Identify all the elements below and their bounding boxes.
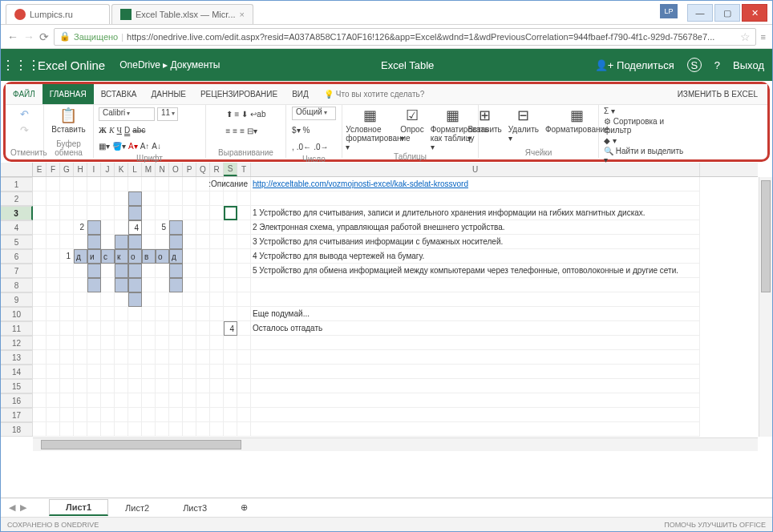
cell-T7[interactable] [237, 264, 251, 278]
back-icon[interactable]: ← [7, 30, 18, 43]
row-header-3[interactable]: 3 [1, 206, 33, 220]
cell-R6[interactable] [210, 249, 224, 264]
cell-F2[interactable] [47, 191, 60, 206]
cell-F12[interactable] [47, 336, 60, 350]
cell-N10[interactable] [156, 307, 169, 321]
cell-N8[interactable] [156, 278, 169, 292]
cell-O7[interactable] [169, 264, 183, 278]
cell-K1[interactable] [115, 177, 128, 191]
col-header-T[interactable]: T [237, 163, 251, 176]
cell-S2[interactable] [224, 191, 237, 206]
cell-E16[interactable] [33, 393, 47, 408]
cell-E1[interactable] [33, 177, 47, 191]
cell-U2[interactable] [251, 191, 700, 206]
cell-H13[interactable] [74, 350, 87, 365]
col-header-S[interactable]: S [224, 163, 237, 176]
cell-I11[interactable] [87, 321, 101, 336]
col-header-L[interactable]: L [128, 163, 142, 176]
cell-G17[interactable] [60, 408, 74, 422]
cell-G1[interactable] [60, 177, 74, 191]
cell-G12[interactable] [60, 336, 74, 350]
cell-M18[interactable] [142, 422, 156, 437]
cell-P1[interactable] [183, 177, 196, 191]
tab-home[interactable]: ГЛАВНАЯ [42, 84, 94, 104]
cell-U10[interactable]: Еще подумай... [251, 307, 700, 321]
cell-F7[interactable] [47, 264, 60, 278]
cell-N17[interactable] [156, 408, 169, 422]
clear-button[interactable]: ◆ ▾ [604, 136, 684, 145]
cell-I6[interactable]: и [87, 249, 101, 264]
cell-O9[interactable] [169, 292, 183, 307]
cell-E7[interactable] [33, 264, 47, 278]
cell-U13[interactable] [251, 350, 700, 365]
cell-O16[interactable] [169, 393, 183, 408]
skype-icon[interactable]: S [687, 58, 702, 72]
cell-J3[interactable] [101, 206, 115, 220]
find-button[interactable]: 🔍 Найти и выделить ▾ [604, 147, 684, 164]
cell-S14[interactable] [224, 365, 237, 379]
cell-U7[interactable]: 5 Устройство для обмена информацией межд… [251, 264, 700, 278]
cell-Q13[interactable] [196, 350, 210, 365]
col-header-N[interactable]: N [156, 163, 169, 176]
font-color-button[interactable]: A▾ [128, 142, 138, 151]
cell-H7[interactable] [74, 264, 87, 278]
row-header-4[interactable]: 4 [1, 220, 33, 235]
align-left-icon[interactable]: ≡ [226, 127, 231, 135]
cell-P3[interactable] [183, 206, 196, 220]
sheet-tab-1[interactable]: Лист1 [49, 499, 108, 516]
cell-I13[interactable] [87, 350, 101, 365]
cell-S5[interactable] [224, 235, 237, 249]
cell-G7[interactable] [60, 264, 74, 278]
cell-J13[interactable] [101, 350, 115, 365]
cell-L6[interactable]: о [128, 249, 142, 264]
align-center-icon[interactable]: ≡ [233, 127, 237, 135]
cell-U11[interactable]: Осталось отгадать [251, 321, 700, 336]
delete-cells-button[interactable]: ⊟Удалить ▾ [507, 107, 540, 143]
cell-Q5[interactable] [196, 235, 210, 249]
cell-K5[interactable] [115, 235, 128, 249]
cell-G4[interactable] [60, 220, 74, 235]
app-launcher-icon[interactable]: ⋮⋮⋮ [9, 53, 33, 77]
cell-L5[interactable] [128, 235, 142, 249]
minimize-button[interactable]: — [687, 4, 713, 22]
cell-K12[interactable] [115, 336, 128, 350]
dec-dec-button[interactable]: .0→ [314, 143, 328, 151]
cell-P11[interactable] [183, 321, 196, 336]
maximize-button[interactable]: ▢ [714, 4, 740, 22]
cell-R2[interactable] [210, 191, 224, 206]
cell-I16[interactable] [87, 393, 101, 408]
cell-U15[interactable] [251, 379, 700, 393]
cell-L11[interactable] [128, 321, 142, 336]
align-mid-icon[interactable]: ≡ [235, 110, 240, 119]
cell-S3[interactable] [224, 206, 237, 220]
cell-J1[interactable] [101, 177, 115, 191]
cell-G13[interactable] [60, 350, 74, 365]
cell-I5[interactable] [87, 235, 101, 249]
cell-J10[interactable] [101, 307, 115, 321]
cell-F4[interactable] [47, 220, 60, 235]
cell-K2[interactable] [115, 191, 128, 206]
font-name-select[interactable]: Calibri▾ [99, 107, 155, 121]
cell-H10[interactable] [74, 307, 87, 321]
cell-E9[interactable] [33, 292, 47, 307]
signout-button[interactable]: Выход [733, 59, 764, 71]
edit-in-excel[interactable]: ИЗМЕНИТЬ В EXCEL [668, 84, 767, 104]
cell-U17[interactable] [251, 408, 700, 422]
cell-R9[interactable] [210, 292, 224, 307]
cell-U5[interactable]: 3 Устройство для считывания информации с… [251, 235, 700, 249]
inc-dec-button[interactable]: .0← [297, 143, 311, 151]
help-icon[interactable]: ? [714, 59, 720, 71]
cell-M1[interactable] [142, 177, 156, 191]
cell-I4[interactable] [87, 220, 101, 235]
cell-I7[interactable] [87, 264, 101, 278]
cell-Q7[interactable] [196, 264, 210, 278]
cell-E10[interactable] [33, 307, 47, 321]
cell-O10[interactable] [169, 307, 183, 321]
row-header-11[interactable]: 11 [1, 321, 33, 336]
cell-Q10[interactable] [196, 307, 210, 321]
cell-F14[interactable] [47, 365, 60, 379]
row-header-10[interactable]: 10 [1, 307, 33, 321]
col-header-U[interactable]: U [251, 163, 700, 176]
cell-O4[interactable] [169, 220, 183, 235]
cell-M8[interactable] [142, 278, 156, 292]
